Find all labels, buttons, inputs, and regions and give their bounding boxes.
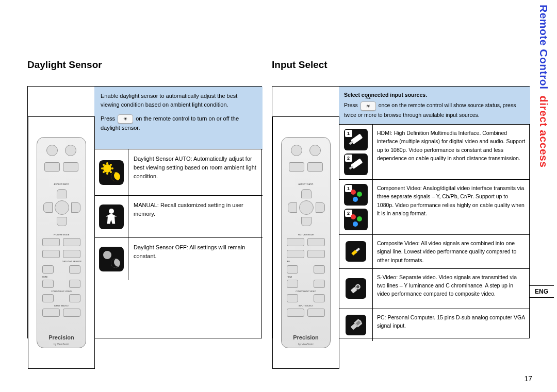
- svg-point-7: [351, 214, 356, 219]
- daylight-off-text: Daylight Sensor OFF: All settings will r…: [128, 238, 263, 280]
- lang-badge: ENG: [529, 285, 554, 298]
- remote-control-image-2: ASPECT RATIO PICTURE MODE ALL: [281, 137, 331, 348]
- input-row-component: 1 2 Comp: [339, 180, 530, 235]
- svg-point-4: [351, 190, 356, 195]
- daylight-row-auto: Daylight Sensor AUTO: Automatically adju…: [94, 149, 263, 196]
- daylight-key-icon: ☀: [118, 114, 133, 124]
- remote-illustration-cell: ASPECT RATIO PICTURE MODE DAYLIGHT SENSO…: [28, 116, 95, 369]
- person-icon: [99, 204, 124, 229]
- remote-control-image: ASPECT RATIO PICTURE MODE DAYLIGHT SENSO…: [37, 137, 86, 348]
- page-number: 17: [524, 374, 532, 383]
- svideo-icon: [346, 278, 366, 299]
- daylight-box: ASPECT RATIO PICTURE MODE DAYLIGHT SENSO…: [27, 86, 262, 338]
- daylight-row-manual: MANUAL: Recall customized setting in use…: [94, 196, 263, 238]
- component-icon-1: 1: [344, 184, 368, 206]
- daylight-auto-icon-cell: [94, 149, 128, 195]
- side-tab-text: Remote Control direct access: [537, 5, 550, 167]
- sun-moon-icon: [99, 160, 124, 185]
- component-icon-2: 2: [344, 209, 368, 230]
- input-banner: Select connected input sources. Press AL…: [339, 87, 530, 125]
- daylight-row-off: Daylight Sensor OFF: All settings will r…: [94, 238, 263, 280]
- input-title: Input Select: [272, 59, 530, 71]
- pc-text: PC: Personal Computer. 15 pins D-sub ana…: [373, 309, 530, 341]
- daylight-rows: Daylight Sensor AUTO: Automatically adju…: [94, 149, 263, 280]
- daylight-banner-text1: Enable daylight sensor to automatically …: [101, 92, 256, 109]
- daylight-manual-icon-cell: [94, 196, 128, 237]
- remote-brand: Precision: [37, 334, 86, 340]
- input-row-pc: PC: Personal Computer. 15 pins D-sub ana…: [339, 309, 530, 341]
- side-tab: Remote Control direct access: [535, 3, 551, 173]
- svg-point-9: [353, 221, 358, 227]
- input-row-svideo: S-Video: Separate video. Video signals a…: [339, 269, 530, 309]
- input-box: ASPECT RATIO PICTURE MODE ALL: [272, 86, 530, 338]
- input-banner-press-line: Press ALL ≋ once on the remote control w…: [344, 101, 525, 119]
- pc-icon: [346, 315, 366, 335]
- svideo-icon-cell: [339, 269, 373, 309]
- side-tab-line1: Remote Control: [538, 5, 550, 90]
- component-text: Component Video: Analog/digital video in…: [373, 180, 530, 234]
- sensor-off-icon: [99, 247, 124, 271]
- remote-brand-sub: by ViewSonic: [37, 343, 86, 346]
- composite-icon: [346, 241, 366, 262]
- component-icon-cell: 1 2: [339, 180, 373, 234]
- input-section: Input Select ASPECT RATIO P: [272, 59, 530, 338]
- daylight-title: Daylight Sensor: [27, 59, 262, 71]
- svg-point-6: [353, 197, 358, 202]
- hdmi-text: HDMI: High Definition Multimedia Interfa…: [373, 125, 530, 179]
- svg-point-8: [357, 216, 362, 221]
- manual-page: Remote Control direct access ENG 17 Dayl…: [0, 0, 557, 392]
- input-row-hdmi: 1 2 HDMI: High Definition Multimedia Int…: [339, 125, 530, 180]
- hdmi-icon-2: 2: [344, 154, 368, 175]
- daylight-section: Daylight Sensor ASPECT RATIO: [27, 59, 262, 338]
- remote-dpad: [43, 189, 80, 226]
- pc-icon-cell: [339, 309, 373, 341]
- remote-illustration-cell-2: ASPECT RATIO PICTURE MODE ALL: [272, 116, 339, 369]
- svideo-text: S-Video: Separate video. Video signals a…: [373, 269, 530, 309]
- input-row-composite: Composite Video: All video signals are c…: [339, 235, 530, 269]
- daylight-banner-press-line: Press ☀ on the remote control to turn on…: [101, 114, 256, 132]
- hdmi-icon-1: 1: [344, 129, 368, 150]
- daylight-auto-text: Daylight Sensor AUTO: Automatically adju…: [128, 149, 263, 195]
- hdmi-icon-cell: 1 2: [339, 125, 373, 179]
- daylight-off-icon-cell: [94, 238, 128, 280]
- side-tab-line2: direct access: [538, 96, 550, 168]
- daylight-manual-text: MANUAL: Recall customized setting in use…: [128, 196, 263, 237]
- daylight-banner: Enable daylight sensor to automatically …: [94, 87, 263, 149]
- input-all-key-icon: ≋: [361, 101, 376, 111]
- composite-icon-cell: [339, 235, 373, 268]
- composite-text: Composite Video: All video signals are c…: [373, 235, 530, 268]
- daylight-content: Enable daylight sensor to automatically …: [94, 87, 263, 338]
- input-content: Select connected input sources. Press AL…: [339, 87, 530, 338]
- input-rows: 1 2 HDMI: High Definition Multimedia Int…: [339, 125, 530, 341]
- svg-point-5: [357, 192, 362, 197]
